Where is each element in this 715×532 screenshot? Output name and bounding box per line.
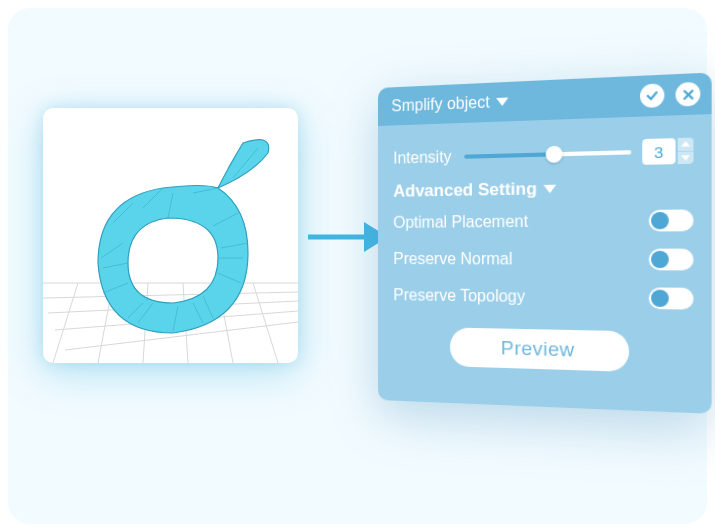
preview-button[interactable]: Preview — [450, 327, 628, 371]
chevron-up-icon — [681, 141, 690, 147]
chevron-down-icon — [681, 155, 690, 161]
check-icon — [646, 89, 659, 102]
viewport-thumbnail — [43, 108, 298, 363]
intensity-stepper[interactable] — [678, 138, 694, 165]
preserve-normal-toggle[interactable] — [649, 249, 694, 271]
svg-line-10 — [253, 283, 278, 363]
preserve-topology-toggle[interactable] — [649, 287, 694, 309]
chevron-down-icon — [496, 97, 508, 106]
chevron-down-icon — [543, 185, 556, 194]
simplify-panel: Smplify object Intensity 3 — [378, 72, 712, 433]
stepper-down[interactable] — [678, 151, 694, 164]
preserve-normal-label: Preserve Normal — [393, 250, 512, 269]
panel-title-dropdown[interactable]: Smplify object — [391, 87, 629, 115]
optimal-placement-label: Optimal Placement — [393, 212, 528, 232]
intensity-value[interactable]: 3 — [642, 138, 675, 165]
svg-line-1 — [43, 292, 298, 298]
preserve-topology-label: Preserve Topology — [393, 286, 525, 306]
intensity-label: Intensity — [393, 148, 451, 168]
preserve-topology-row: Preserve Topology — [393, 282, 693, 313]
arrow-icon — [306, 218, 388, 256]
confirm-button[interactable] — [640, 83, 664, 108]
optimal-placement-row: Optimal Placement — [393, 206, 693, 236]
panel-body: Intensity 3 Advanced Setting Optimal P — [378, 114, 712, 414]
panel-title: Smplify object — [391, 93, 489, 115]
panel-wrap: Smplify object Intensity 3 — [378, 88, 698, 418]
intensity-slider[interactable] — [463, 147, 631, 162]
mesh-preview — [43, 108, 298, 363]
optimal-placement-toggle[interactable] — [649, 209, 694, 231]
svg-line-5 — [53, 283, 78, 363]
preserve-normal-row: Preserve Normal — [393, 245, 693, 273]
close-icon — [682, 88, 694, 100]
stepper-up[interactable] — [678, 138, 694, 152]
preview-row: Preview — [393, 326, 693, 374]
advanced-section-label: Advanced Setting — [393, 179, 537, 202]
close-button[interactable] — [676, 82, 701, 107]
intensity-row: Intensity 3 — [393, 136, 693, 171]
canvas: Smplify object Intensity 3 — [8, 8, 707, 524]
advanced-section-toggle[interactable]: Advanced Setting — [393, 176, 693, 202]
